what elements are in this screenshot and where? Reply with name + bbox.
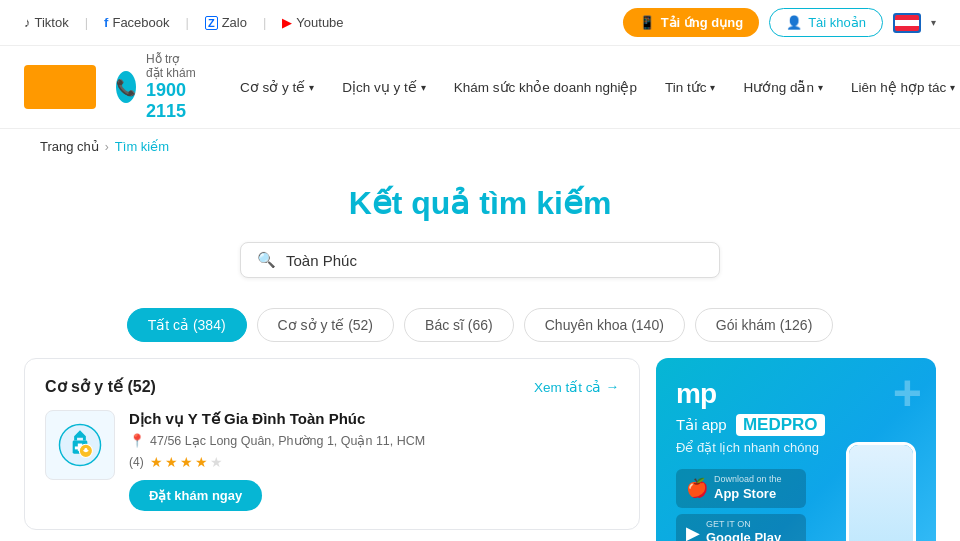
search-icon: 🔍 <box>257 251 276 269</box>
hotline-text: Hỗ trợ đặt khám 1900 2115 <box>146 52 198 122</box>
search-section: Kết quả tìm kiếm 🔍 <box>0 164 960 288</box>
separator: | <box>85 15 88 30</box>
nav-item-dich-vu-y-te[interactable]: Dịch vụ y tế ▾ <box>330 71 438 103</box>
phone-mockup <box>846 442 916 541</box>
svg-point-5 <box>84 448 87 451</box>
rating-count: (4) <box>129 455 144 469</box>
language-selector[interactable] <box>893 13 921 33</box>
hotline-icon: 📞 <box>116 71 136 103</box>
account-button[interactable]: 👤 Tài khoản <box>769 8 883 37</box>
breadcrumb-current: Tìm kiếm <box>115 139 169 154</box>
facebook-link[interactable]: f Facebook <box>104 15 169 30</box>
chevron-down-icon: ▾ <box>818 82 823 93</box>
nav-item-tin-tuc[interactable]: Tin tức ▾ <box>653 71 728 103</box>
star-5: ★ <box>210 454 223 470</box>
google-play-icon: ▶ <box>686 522 700 541</box>
main-navigation: 📞 Hỗ trợ đặt khám 1900 2115 Cơ sở y tế ▾… <box>0 46 960 129</box>
hotline-area: 📞 Hỗ trợ đặt khám 1900 2115 <box>116 52 198 122</box>
clinic-address: 📍 47/56 Lạc Long Quân, Phường 1, Quận 11… <box>129 433 619 448</box>
ad-logo: mp <box>676 378 716 410</box>
star-rating: ★ ★ ★ ★ ★ <box>150 454 223 470</box>
ad-brand: MEDPRO <box>736 414 825 436</box>
nav-item-kham-suc-khoe[interactable]: Khám sức khỏe doanh nghiệp <box>442 71 649 103</box>
hotline-number[interactable]: 1900 2115 <box>146 80 198 122</box>
ad-logo-text: mp <box>676 378 716 410</box>
youtube-link[interactable]: ▶ Youtube <box>282 15 343 30</box>
logo[interactable] <box>24 65 96 109</box>
top-right-actions: 📱 Tải ứng dụng 👤 Tài khoản ▾ <box>623 8 936 37</box>
breadcrumb-separator: › <box>105 140 109 154</box>
booking-button[interactable]: Đặt khám ngay <box>129 480 262 511</box>
see-all-link[interactable]: Xem tất cả → <box>534 379 619 395</box>
clinic-rating: (4) ★ ★ ★ ★ ★ <box>129 454 619 470</box>
ad-tagline-line: Tải app MEDPRO <box>676 414 825 436</box>
breadcrumb-home[interactable]: Trang chủ <box>40 139 99 154</box>
star-3: ★ <box>180 454 193 470</box>
ad-panel: + mp Tải app MEDPRO Để đặt lịch nhanh ch… <box>656 358 936 541</box>
phone-screen <box>849 445 913 541</box>
logo-area <box>24 65 96 109</box>
search-bar: 🔍 <box>240 242 720 278</box>
nav-item-huong-dan[interactable]: Hướng dẫn ▾ <box>731 71 835 103</box>
user-icon: 👤 <box>786 15 802 30</box>
ad-tagline: Tải app MEDPRO <box>676 416 825 433</box>
appstore-badge[interactable]: 🍎 Download on the App Store <box>676 469 806 508</box>
results-left: Cơ sở y tế (52) Xem tất cả → <box>24 358 640 541</box>
results-area: Cơ sở y tế (52) Xem tất cả → <box>0 358 960 541</box>
nav-item-lien-he[interactable]: Liên hệ hợp tác ▾ <box>839 71 960 103</box>
flag-icon <box>895 15 919 31</box>
social-links: ♪ Tiktok | f Facebook | Z Zalo | ▶ Youtu… <box>24 15 344 30</box>
arrow-right-icon: → <box>606 379 620 394</box>
tab-chuyen-khoa[interactable]: Chuyên khoa (140) <box>524 308 685 342</box>
zalo-link[interactable]: Z Zalo <box>205 15 247 30</box>
star-1: ★ <box>150 454 163 470</box>
clinic-avatar <box>45 410 115 480</box>
googleplay-badge[interactable]: ▶ GET IT ON Google Play <box>676 514 806 541</box>
clinic-item: Dịch vụ Y Tế Gia Đình Toàn Phúc 📍 47/56 … <box>45 410 619 511</box>
tab-co-so-y-te[interactable]: Cơ sở y tế (52) <box>257 308 394 342</box>
chevron-down-icon: ▾ <box>309 82 314 93</box>
download-app-button[interactable]: 📱 Tải ứng dụng <box>623 8 759 37</box>
separator: | <box>263 15 266 30</box>
youtube-icon: ▶ <box>282 15 292 30</box>
section-header: Cơ sở y tế (52) Xem tất cả → <box>45 377 619 396</box>
nav-item-co-so-y-te[interactable]: Cơ sở y tế ▾ <box>228 71 326 103</box>
tab-bac-si[interactable]: Bác sĩ (66) <box>404 308 514 342</box>
separator: | <box>186 15 189 30</box>
nav-links: Cơ sở y tế ▾ Dịch vụ y tế ▾ Khám sức khỏ… <box>228 71 960 103</box>
clinic-name: Dịch vụ Y Tế Gia Đình Toàn Phúc <box>129 410 619 428</box>
facebook-icon: f <box>104 15 108 30</box>
location-pin-icon: 📍 <box>129 433 145 448</box>
lang-chevron-icon[interactable]: ▾ <box>931 17 936 28</box>
store-badges: 🍎 Download on the App Store ▶ GET IT ON … <box>676 469 806 541</box>
clinic-info: Dịch vụ Y Tế Gia Đình Toàn Phúc 📍 47/56 … <box>129 410 619 511</box>
top-bar: ♪ Tiktok | f Facebook | Z Zalo | ▶ Youtu… <box>0 0 960 46</box>
chevron-down-icon: ▾ <box>950 82 955 93</box>
tab-goi-kham[interactable]: Gói khám (126) <box>695 308 833 342</box>
chevron-down-icon: ▾ <box>710 82 715 93</box>
tiktok-link[interactable]: ♪ Tiktok <box>24 15 69 30</box>
mobile-icon: 📱 <box>639 15 655 30</box>
search-input[interactable] <box>286 252 703 269</box>
apple-icon: 🍎 <box>686 477 708 499</box>
star-2: ★ <box>165 454 178 470</box>
star-4: ★ <box>195 454 208 470</box>
chevron-down-icon: ▾ <box>421 82 426 93</box>
tiktok-icon: ♪ <box>24 15 31 30</box>
breadcrumb: Trang chủ › Tìm kiếm <box>0 129 960 164</box>
section-title: Cơ sở y tế (52) <box>45 377 156 396</box>
zalo-icon: Z <box>205 16 218 30</box>
tab-tat-ca[interactable]: Tất cả (384) <box>127 308 247 342</box>
hotline-label: Hỗ trợ đặt khám <box>146 52 198 80</box>
clinic-logo-icon <box>58 423 102 467</box>
plus-decoration: + <box>893 368 922 418</box>
filter-tabs: Tất cả (384) Cơ sở y tế (52) Bác sĩ (66)… <box>0 288 960 358</box>
search-title: Kết quả tìm kiếm <box>40 184 920 222</box>
co-so-y-te-section: Cơ sở y tế (52) Xem tất cả → <box>24 358 640 530</box>
ad-subtitle: Để đặt lịch nhanh chóng <box>676 440 819 455</box>
